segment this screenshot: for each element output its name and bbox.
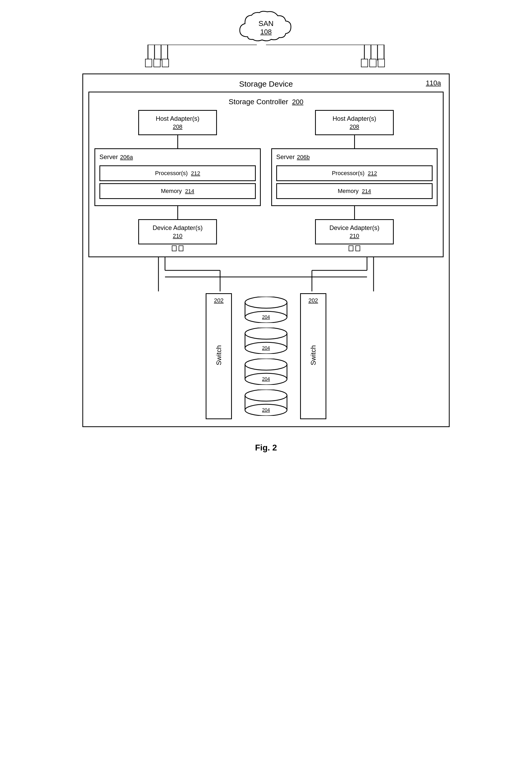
svg-point-45 xyxy=(245,389,287,401)
san-cloud: SAN 108 xyxy=(237,11,295,45)
processor-left-box: Processor(s) 212 xyxy=(99,165,256,181)
svg-point-35 xyxy=(245,327,287,339)
switch-right-label: Switch xyxy=(309,345,317,365)
v-line-ha-server-left xyxy=(177,135,178,148)
svg-rect-11 xyxy=(361,59,368,67)
memory-left-box: Memory 214 xyxy=(99,183,256,199)
svg-text:204: 204 xyxy=(262,315,270,320)
san-label: SAN xyxy=(258,20,274,28)
svg-point-30 xyxy=(245,297,287,308)
san-lines xyxy=(82,45,450,74)
disk-3: 204 xyxy=(240,359,292,385)
server-left-box: Server 206a Processor(s) 212 Memory 214 xyxy=(94,148,261,206)
san-number: 108 xyxy=(260,28,272,36)
v-line-ha-server-right xyxy=(354,135,355,148)
switch-right-number: 202 xyxy=(308,297,318,304)
svg-rect-12 xyxy=(370,59,376,67)
svg-rect-6 xyxy=(162,59,169,67)
memory-right-box: Memory 214 xyxy=(276,183,433,199)
switch-left-box: 202 Switch xyxy=(206,293,232,419)
da-port-right-2 xyxy=(355,246,360,251)
storage-device-box: Storage Device 110a Storage Controller 2… xyxy=(82,74,450,427)
storage-device-label: Storage Device xyxy=(239,80,293,88)
server-right-box: Server 206b Processor(s) 212 Memory 214 xyxy=(271,148,438,206)
switch-left-label: Switch xyxy=(215,345,223,365)
v-line-server-da-right xyxy=(354,206,355,219)
device-adapter-left: Device Adapter(s) 210 xyxy=(138,219,217,244)
switch-right-box: 202 Switch xyxy=(300,293,326,419)
storage-controller-box: Storage Controller 200 Host Adapter(s) 2… xyxy=(88,91,444,257)
da-port-left-1 xyxy=(172,246,177,251)
svg-rect-4 xyxy=(145,59,152,67)
svg-text:204: 204 xyxy=(262,377,270,382)
disks-area: 204 204 xyxy=(232,291,300,421)
disk-4: 204 xyxy=(240,389,292,416)
disk-2: 204 xyxy=(240,327,292,354)
storage-controller-number: 200 xyxy=(292,98,303,106)
switch-left-number: 202 xyxy=(214,297,224,304)
da-port-right-1 xyxy=(348,246,353,251)
left-server-column: Host Adapter(s) 208 Server 206a Processo… xyxy=(94,110,261,251)
svg-point-40 xyxy=(245,359,287,370)
svg-rect-13 xyxy=(378,59,385,67)
host-adapter-left: Host Adapter(s) 208 xyxy=(138,110,217,135)
disk-1: 204 xyxy=(240,297,292,323)
right-server-column: Host Adapter(s) 208 Server 206b Processo… xyxy=(271,110,438,251)
storage-device-number: 110a xyxy=(426,79,441,87)
storage-controller-label: Storage Controller xyxy=(229,98,288,106)
da-port-left-2 xyxy=(179,246,184,251)
svg-rect-5 xyxy=(154,59,160,67)
fig-label: Fig. 2 xyxy=(255,443,277,452)
v-line-server-da-left xyxy=(177,206,178,219)
svg-text:204: 204 xyxy=(262,407,270,413)
svg-text:204: 204 xyxy=(262,345,270,351)
host-adapter-right: Host Adapter(s) 208 xyxy=(315,110,394,135)
da-to-switch-lines xyxy=(89,257,443,291)
device-adapter-right: Device Adapter(s) 210 xyxy=(315,219,394,244)
processor-right-box: Processor(s) 212 xyxy=(276,165,433,181)
